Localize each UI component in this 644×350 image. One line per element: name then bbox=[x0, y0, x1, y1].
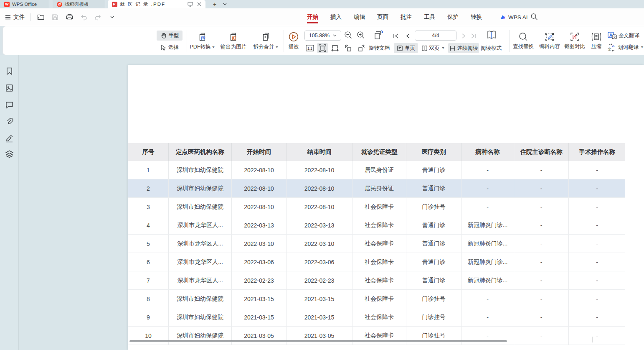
chevron-down-icon: ▼ bbox=[441, 46, 445, 50]
full-translate-button[interactable]: A 文 全文翻译 bbox=[608, 31, 639, 41]
tab-docer-templates[interactable]: ⅆ 找稻壳模板 bbox=[53, 0, 105, 8]
menu-tab-edit[interactable]: 编辑 bbox=[353, 9, 366, 25]
undo-redo-chevron-icon[interactable] bbox=[108, 13, 116, 21]
play-icon bbox=[288, 31, 299, 42]
page-number-input[interactable]: 4/4 bbox=[415, 31, 456, 41]
word-translate-label: 划词翻译 bbox=[618, 44, 639, 51]
table-cell: - bbox=[461, 198, 514, 216]
open-file-button[interactable] bbox=[37, 13, 45, 21]
table-cell: 普通门诊 bbox=[406, 253, 461, 271]
attachment-icon[interactable] bbox=[5, 117, 14, 126]
last-page-button[interactable] bbox=[469, 31, 478, 41]
table-cell: - bbox=[569, 253, 625, 271]
column-header: 病种名称 bbox=[461, 143, 514, 161]
rotate-doc-icon[interactable] bbox=[372, 30, 385, 41]
pdf-convert-button[interactable]: W PDF转换▼ bbox=[188, 29, 217, 53]
layers-icon[interactable] bbox=[5, 150, 14, 158]
print-button[interactable] bbox=[65, 13, 74, 21]
table-row: 7深圳市龙华区人...2022-02-232022-02-23社会保障卡普通门诊… bbox=[128, 271, 625, 290]
compress-button[interactable]: 压缩 bbox=[587, 29, 606, 53]
redo-button[interactable] bbox=[94, 13, 102, 21]
table-row: 2深圳市妇幼保健院2022-08-102022-08-10居民身份证普通门诊--… bbox=[128, 179, 625, 198]
table-cell: 普通门诊 bbox=[406, 235, 461, 253]
new-tab-button[interactable]: + bbox=[210, 0, 219, 8]
select-tool-button[interactable]: 选择 bbox=[157, 42, 183, 52]
split-merge-label: 拆分合并 bbox=[254, 43, 274, 51]
single-page-icon bbox=[397, 45, 403, 51]
word-translate-button[interactable]: 文 A 划词翻译 ▼ bbox=[608, 42, 644, 52]
menu-tab-comment[interactable]: 批注 bbox=[400, 9, 413, 25]
svg-text:文: 文 bbox=[608, 47, 611, 51]
table-cell: - bbox=[569, 271, 625, 289]
ribbon-toolbar: 手型 选择 W PDF转换▼ 输出为图片 拆分合并▼ 播放 105.88% bbox=[3, 26, 644, 55]
play-button[interactable]: 播放 bbox=[284, 29, 303, 53]
table-cell: 3 bbox=[128, 198, 169, 216]
read-mode-label[interactable]: 阅读模式 bbox=[481, 43, 502, 53]
zoom-level-value: 105.88% bbox=[309, 33, 330, 38]
table-cell: 深圳市龙华区人... bbox=[169, 271, 232, 289]
comment-icon[interactable] bbox=[5, 100, 14, 109]
next-page-button[interactable] bbox=[459, 31, 468, 41]
find-replace-button[interactable]: 查找替换 bbox=[510, 29, 537, 53]
previous-page-button[interactable] bbox=[403, 31, 412, 41]
fit-page-button[interactable] bbox=[317, 43, 328, 53]
table-cell: 社会保障卡 bbox=[352, 235, 406, 253]
table-cell: 社会保障卡 bbox=[352, 271, 406, 289]
export-image-button[interactable]: 输出为图片 bbox=[217, 29, 250, 53]
split-merge-button[interactable]: 拆分合并▼ bbox=[250, 29, 282, 53]
zoom-in-button[interactable] bbox=[356, 31, 365, 40]
docer-logo-icon: ⅆ bbox=[57, 2, 62, 7]
actual-size-button[interactable]: 1:1 bbox=[304, 43, 315, 53]
tab-wps-office[interactable]: W WPS Office bbox=[0, 0, 49, 8]
rotate-left-button[interactable] bbox=[342, 43, 354, 53]
table-cell: - bbox=[514, 198, 569, 216]
horizontal-scrollbar[interactable] bbox=[129, 340, 507, 342]
rotate-right-button[interactable] bbox=[355, 43, 367, 53]
table-cell: 普通门诊 bbox=[406, 216, 461, 234]
continuous-label: 连续阅读 bbox=[457, 45, 478, 52]
thumbnail-icon[interactable] bbox=[5, 84, 14, 92]
menu-tab-page[interactable]: 页面 bbox=[376, 9, 389, 25]
single-page-button[interactable]: 单页 bbox=[394, 43, 418, 53]
table-cell: 2022-08-10 bbox=[232, 161, 287, 179]
file-menu-button[interactable]: 文件 bbox=[5, 13, 25, 21]
rotate-doc-label[interactable]: 旋转文档 bbox=[369, 43, 390, 53]
edit-content-button[interactable]: 编辑内容 bbox=[537, 29, 563, 53]
tab-list-chevron-icon[interactable] bbox=[220, 0, 229, 8]
continuous-read-button[interactable]: 连续阅读 bbox=[448, 43, 479, 53]
column-header: 开始时间 bbox=[232, 143, 287, 161]
table-cell: 社会保障卡 bbox=[352, 308, 406, 326]
select-tool-label: 选择 bbox=[168, 44, 179, 51]
pdf-page[interactable]: 序号定点医药机构名称开始时间结束时间就诊凭证类型医疗类别病种名称住院主诊断名称手… bbox=[128, 65, 644, 350]
table-cell: 社会保障卡 bbox=[352, 216, 406, 234]
screenshot-compare-button[interactable]: 截图对比 bbox=[562, 29, 588, 53]
monitor-icon[interactable] bbox=[188, 2, 193, 7]
table-cell: - bbox=[569, 308, 625, 326]
split-merge-icon bbox=[261, 31, 271, 42]
menu-tab-insert[interactable]: 插入 bbox=[330, 9, 342, 25]
undo-button[interactable] bbox=[79, 13, 88, 21]
read-mode-icon[interactable] bbox=[486, 30, 497, 41]
bookmark-icon[interactable] bbox=[5, 67, 14, 76]
tab-document-pdf[interactable]: P 就 医 记 录 .PDF bbox=[108, 0, 205, 8]
signature-pen-icon[interactable] bbox=[5, 134, 14, 143]
menu-tab-home[interactable]: 开始 bbox=[306, 9, 319, 25]
fit-width-button[interactable] bbox=[330, 43, 340, 53]
save-button[interactable] bbox=[51, 13, 59, 21]
search-icon[interactable] bbox=[530, 13, 540, 22]
wps-ai-button[interactable]: WPS AI bbox=[499, 8, 528, 26]
table-cell: 2022-03-10 bbox=[232, 235, 287, 253]
menu-tab-tools[interactable]: 工具 bbox=[423, 9, 436, 25]
double-page-button[interactable]: 双页 ▼ bbox=[420, 43, 446, 53]
table-cell: 1 bbox=[128, 161, 169, 179]
first-page-button[interactable] bbox=[391, 31, 401, 41]
table-cell: 5 bbox=[128, 235, 169, 253]
table-cell: 2022-03-06 bbox=[232, 253, 287, 271]
table-cell: 新冠肺炎门诊... bbox=[461, 271, 514, 289]
zoom-level-select[interactable]: 105.88% bbox=[304, 31, 341, 41]
menu-tab-convert[interactable]: 转换 bbox=[470, 9, 483, 25]
hand-tool-button[interactable]: 手型 bbox=[157, 31, 183, 41]
menu-tab-protect[interactable]: 保护 bbox=[446, 9, 459, 25]
close-tab-icon[interactable] bbox=[197, 2, 201, 6]
zoom-out-button[interactable] bbox=[344, 31, 353, 40]
